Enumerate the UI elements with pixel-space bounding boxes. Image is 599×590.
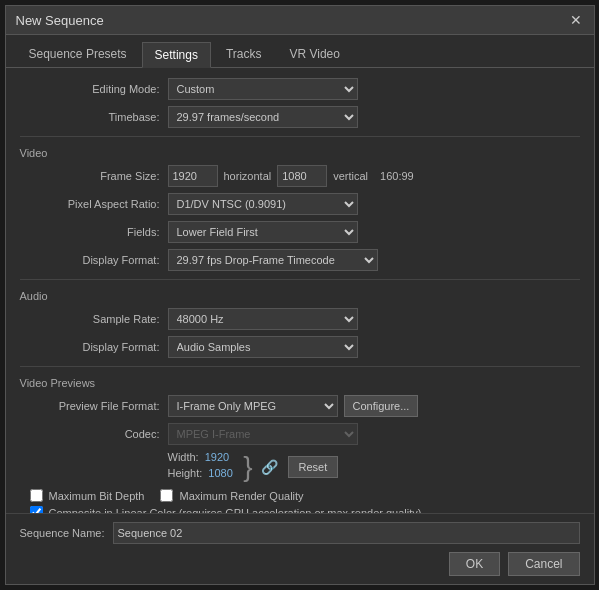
timebase-label: Timebase: (20, 111, 160, 123)
ok-button[interactable]: OK (449, 552, 500, 576)
video-display-format-label: Display Format: (20, 254, 160, 266)
codec-row: Codec: MPEG I-Frame (20, 423, 580, 445)
close-button[interactable]: ✕ (568, 12, 584, 28)
width-label: Width: (168, 451, 199, 463)
max-bit-depth-label: Maximum Bit Depth (49, 490, 145, 502)
title-bar: New Sequence ✕ (6, 6, 594, 35)
preview-file-format-select[interactable]: I-Frame Only MPEG (168, 395, 338, 417)
frame-size-inputs: horizontal vertical 160:99 (168, 165, 420, 187)
audio-section-label: Audio (20, 290, 580, 302)
bracket-icon: } (243, 453, 252, 481)
frame-size-label: Frame Size: (20, 170, 160, 182)
width-value: 1920 (205, 451, 229, 463)
audio-display-format-row: Display Format: Audio Samples (20, 336, 580, 358)
cancel-button[interactable]: Cancel (508, 552, 579, 576)
timebase-select[interactable]: 29.97 frames/second (168, 106, 358, 128)
aspect-ratio-display: 160:99 (380, 170, 414, 182)
max-bit-depth-checkbox[interactable] (30, 489, 43, 502)
pixel-aspect-label: Pixel Aspect Ratio: (20, 198, 160, 210)
max-render-quality-checkbox[interactable] (160, 489, 173, 502)
wh-inputs: Width: 1920 Height: 1080 (168, 451, 236, 483)
sequence-name-label: Sequence Name: (20, 527, 105, 539)
height-label: Height: (168, 467, 203, 479)
video-display-format-row: Display Format: 29.97 fps Drop-Frame Tim… (20, 249, 580, 271)
reset-button[interactable]: Reset (288, 456, 339, 478)
editing-mode-row: Editing Mode: Custom (20, 78, 580, 100)
codec-label: Codec: (20, 428, 160, 440)
frame-size-row: Frame Size: horizontal vertical 160:99 (20, 165, 580, 187)
link-icon: 🔗 (261, 459, 278, 475)
sample-rate-row: Sample Rate: 48000 Hz (20, 308, 580, 330)
fields-row: Fields: Lower Field First (20, 221, 580, 243)
sequence-name-row: Sequence Name: (20, 522, 580, 544)
tab-tracks[interactable]: Tracks (213, 41, 275, 67)
sample-rate-label: Sample Rate: (20, 313, 160, 325)
video-display-format-select[interactable]: 29.97 fps Drop-Frame Timecode (168, 249, 378, 271)
audio-display-format-label: Display Format: (20, 341, 160, 353)
codec-select[interactable]: MPEG I-Frame (168, 423, 358, 445)
timebase-row: Timebase: 29.97 frames/second (20, 106, 580, 128)
configure-button[interactable]: Configure... (344, 395, 419, 417)
max-bit-depth-row: Maximum Bit Depth Maximum Render Quality (30, 489, 580, 502)
max-render-quality-label: Maximum Render Quality (179, 490, 303, 502)
dialog-title: New Sequence (16, 13, 104, 28)
sample-rate-select[interactable]: 48000 Hz (168, 308, 358, 330)
width-height-group: Width: 1920 Height: 1080 } 🔗 Reset (168, 451, 580, 483)
pixel-aspect-select[interactable]: D1/DV NTSC (0.9091) (168, 193, 358, 215)
new-sequence-dialog: New Sequence ✕ Sequence Presets Settings… (5, 5, 595, 585)
preview-file-format-label: Preview File Format: (20, 400, 160, 412)
tabs-bar: Sequence Presets Settings Tracks VR Vide… (6, 35, 594, 68)
editing-mode-label: Editing Mode: (20, 83, 160, 95)
editing-mode-select[interactable]: Custom (168, 78, 358, 100)
tab-sequence-presets[interactable]: Sequence Presets (16, 41, 140, 67)
tab-vr-video[interactable]: VR Video (276, 41, 352, 67)
video-previews-section-label: Video Previews (20, 377, 580, 389)
pixel-aspect-row: Pixel Aspect Ratio: D1/DV NTSC (0.9091) (20, 193, 580, 215)
ok-cancel-row: OK Cancel (20, 552, 580, 576)
height-value: 1080 (208, 467, 232, 479)
preview-file-format-row: Preview File Format: I-Frame Only MPEG C… (20, 395, 580, 417)
composite-row: Composite in Linear Color (requires GPU … (30, 506, 580, 513)
height-row: Height: 1080 (168, 467, 236, 479)
composite-checkbox[interactable] (30, 506, 43, 513)
tab-settings[interactable]: Settings (142, 42, 211, 68)
audio-display-format-select[interactable]: Audio Samples (168, 336, 358, 358)
checkboxes-group: Maximum Bit Depth Maximum Render Quality… (20, 489, 580, 513)
bottom-bar: Sequence Name: OK Cancel (6, 513, 594, 584)
width-row: Width: 1920 (168, 451, 236, 463)
vertical-label: vertical (333, 170, 368, 182)
sequence-name-input[interactable] (113, 522, 580, 544)
video-section-label: Video (20, 147, 580, 159)
frame-height-input[interactable] (277, 165, 327, 187)
horizontal-label: horizontal (224, 170, 272, 182)
fields-select[interactable]: Lower Field First (168, 221, 358, 243)
frame-width-input[interactable] (168, 165, 218, 187)
settings-content: Editing Mode: Custom Timebase: 29.97 fra… (6, 68, 594, 513)
fields-label: Fields: (20, 226, 160, 238)
